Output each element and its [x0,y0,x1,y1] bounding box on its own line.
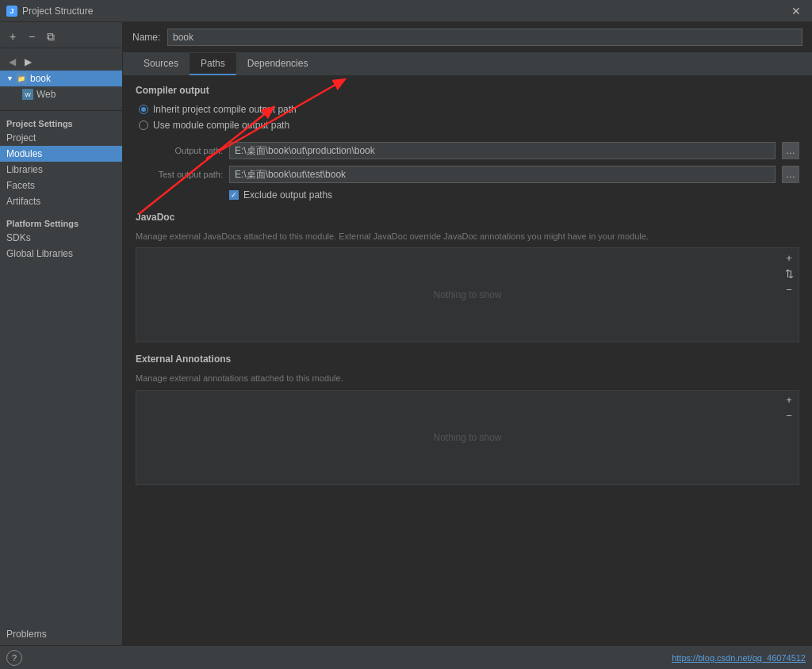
bottom-link[interactable]: https://blog.csdn.net/qq_46074512 [672,653,806,663]
javadoc-remove-button[interactable]: − [782,282,796,296]
window-title: Project Structure [22,6,93,17]
tab-sources[interactable]: Sources [132,53,190,75]
sidebar-toolbar: + − ⧉ [0,25,122,48]
title-bar-left: J Project Structure [6,6,93,17]
radio-module-label: Use module compile output path [153,120,289,131]
test-output-path-row: Test output path: … [136,166,799,183]
sidebar-spacer [0,262,122,626]
sidebar-item-problems[interactable]: Problems [0,626,122,642]
sidebar-divider-project [0,110,122,116]
test-output-path-label: Test output path: [136,170,223,179]
ext-remove-button[interactable]: − [782,409,796,423]
test-output-path-browse-button[interactable]: … [782,166,799,183]
sidebar: + − ⧉ ◀ ▶ ▼ 📁 book W Web Project Setting… [0,22,123,645]
tree-arrow-book: ▼ [6,75,14,82]
content-area: Name: Sources Paths Dependencies Compile… [123,22,812,645]
name-input[interactable] [167,29,802,46]
javadoc-add-button[interactable]: + [782,250,796,265]
javadoc-panel: + ⇅ − Nothing to show [136,247,799,342]
facets-label: Facets [6,180,35,191]
help-button[interactable]: ? [6,650,22,666]
close-button[interactable]: ✕ [787,3,806,19]
add-module-button[interactable]: + [5,29,21,44]
ext-annotations-panel: + − Nothing to show [136,390,799,485]
sidebar-item-facets[interactable]: Facets [0,178,122,193]
tree-item-web[interactable]: W Web [0,86,122,102]
sidebar-item-libraries[interactable]: Libraries [0,162,122,178]
tree-label-book: book [30,73,51,84]
ext-annotations-section: External Annotations Manage external ann… [136,354,799,484]
radio-module-circle[interactable] [139,120,148,130]
javadoc-toolbar: + ⇅ − [779,248,799,299]
ext-add-button[interactable]: + [782,393,796,407]
tab-paths[interactable]: Paths [190,53,236,75]
nav-arrows: ◀ ▶ [0,52,122,71]
exclude-checkbox[interactable]: ✓ [229,190,239,200]
back-button[interactable]: ◀ [5,55,19,69]
artifacts-label: Artifacts [6,196,40,207]
output-path-row: Output path: … [136,142,799,159]
radio-inherit-circle[interactable] [139,105,148,114]
ext-annotations-description: Manage external annotations attached to … [136,373,799,384]
forward-button[interactable]: ▶ [21,55,35,69]
tab-sources-label: Sources [144,58,178,69]
sidebar-item-sdks[interactable]: SDKs [0,230,122,246]
tab-dependencies-label: Dependencies [247,58,308,69]
name-row: Name: [123,22,812,53]
javadoc-empty-label: Nothing to show [136,248,799,342]
javadoc-section: JavaDoc Manage external JavaDocs attache… [136,212,799,342]
problems-label: Problems [6,629,47,640]
project-settings-header: Project Settings [0,116,122,130]
ext-annotations-title: External Annotations [136,354,799,365]
platform-settings-header: Platform Settings [0,216,122,230]
title-bar: J Project Structure ✕ [0,0,812,22]
libraries-label: Libraries [6,164,43,175]
test-output-path-input[interactable] [229,166,776,183]
ext-annotations-toolbar: + − [779,391,799,426]
output-path-label: Output path: [136,146,223,155]
tabs-bar: Sources Paths Dependencies [123,53,812,75]
output-path-input[interactable] [229,142,776,159]
javadoc-title: JavaDoc [136,212,799,223]
ext-annotations-empty-label: Nothing to show [136,391,799,484]
sidebar-item-global-libraries[interactable]: Global Libraries [0,246,122,262]
app-icon: J [6,6,17,17]
global-libraries-label: Global Libraries [6,248,73,259]
bottom-bar: ? https://blog.csdn.net/qq_46074512 [0,645,812,669]
radio-item-inherit[interactable]: Inherit project compile output path [139,104,799,115]
paths-tab-content: Compiler output Inherit project compile … [123,75,812,645]
sidebar-item-modules[interactable]: Modules [0,146,122,162]
tab-dependencies[interactable]: Dependencies [236,53,320,75]
sdks-label: SDKs [6,232,31,243]
main-container: + − ⧉ ◀ ▶ ▼ 📁 book W Web Project Setting… [0,22,812,645]
tab-paths-label: Paths [201,58,225,69]
remove-module-button[interactable]: − [24,29,40,44]
exclude-checkbox-row: ✓ Exclude output paths [136,189,799,201]
compiler-output-title: Compiler output [136,85,799,96]
exclude-checkbox-label: Exclude output paths [243,189,332,201]
radio-group-compiler: Inherit project compile output path Use … [136,104,799,131]
sidebar-item-project[interactable]: Project [0,130,122,146]
modules-label: Modules [6,148,42,159]
project-label: Project [6,132,36,143]
radio-inherit-label: Inherit project compile output path [153,104,297,115]
output-path-browse-button[interactable]: … [782,142,799,159]
module-icon: 📁 [16,73,27,84]
javadoc-move-button[interactable]: ⇅ [782,266,796,281]
sidebar-item-artifacts[interactable]: Artifacts [0,193,122,209]
radio-item-module[interactable]: Use module compile output path [139,120,799,131]
copy-module-button[interactable]: ⧉ [43,29,59,44]
javadoc-description: Manage external JavaDocs attached to thi… [136,231,799,243]
name-label: Name: [132,32,161,43]
tree-label-web: Web [36,89,56,100]
web-icon: W [22,89,33,100]
tree-item-book[interactable]: ▼ 📁 book [0,71,122,86]
